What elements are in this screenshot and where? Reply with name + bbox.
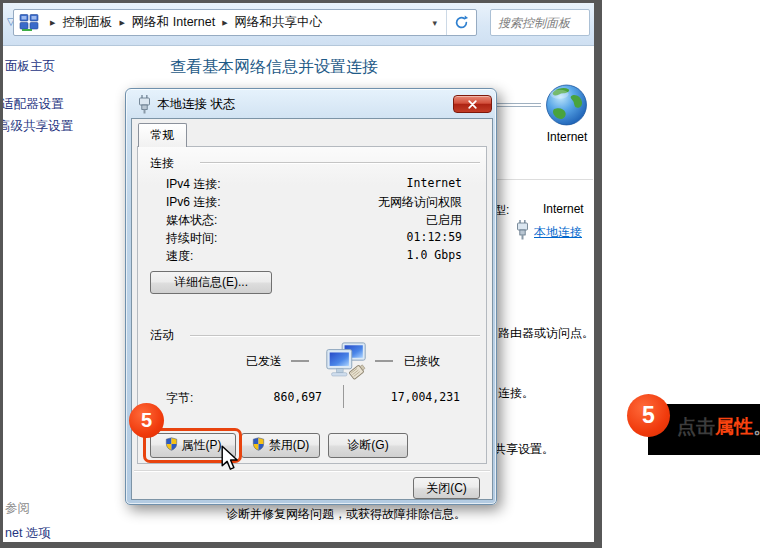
text-fragment-connect: 连接。 — [498, 385, 534, 402]
annotation-text: 点击属性。 — [677, 414, 760, 440]
network-map-line — [492, 103, 541, 104]
received-label: 已接收 — [404, 353, 440, 370]
section-separator — [489, 179, 593, 180]
dialog-title: 本地连接 状态 — [157, 96, 235, 113]
uac-shield-icon — [165, 437, 178, 454]
duration-label: 持续时间: — [166, 230, 217, 247]
sidebar-item-change-adapter-settings[interactable]: 适配器设置 — [3, 96, 64, 113]
ipv6-value: 无网络访问权限 — [378, 194, 462, 211]
search-input[interactable] — [491, 10, 589, 35]
annotation-suffix: 。 — [753, 416, 760, 437]
connection-group-label: 连接 — [150, 155, 174, 172]
sidebar: 面板主页 适配器设置 高级共享设置 参阅 net 选项 — [3, 46, 121, 542]
mouse-cursor — [220, 445, 240, 471]
sidebar-item-internet-options[interactable]: net 选项 — [5, 525, 51, 542]
close-icon[interactable] — [453, 95, 492, 113]
internet-map-label: Internet — [536, 130, 598, 144]
sidebar-see-also-label: 参阅 — [5, 500, 30, 517]
activity-line — [291, 360, 309, 362]
text-fragment-sharing: 共享设置。 — [494, 441, 554, 458]
sidebar-item-advanced-sharing-settings[interactable]: 高级共享设置 — [3, 118, 73, 135]
diagnose-button[interactable]: 诊断(G) — [328, 433, 408, 458]
network-map-line — [492, 106, 541, 107]
close-button[interactable]: 关闭(C) — [413, 477, 480, 499]
bytes-divider — [343, 385, 344, 408]
annotation-prefix: 点击 — [677, 416, 715, 437]
bytes-label: 字节: — [166, 390, 193, 407]
properties-button-label: 属性(P) — [182, 437, 222, 454]
disable-button[interactable]: 禁用(D) — [241, 433, 320, 458]
breadcrumb-arrow-icon: ▶ — [50, 19, 55, 27]
address-dropdown-icon[interactable]: ▾ — [432, 18, 446, 28]
network-center-icon — [19, 14, 39, 31]
refresh-button[interactable] — [446, 10, 476, 35]
tab-general[interactable]: 常规 — [138, 123, 187, 147]
annotation-step-badge: 5 — [627, 394, 670, 437]
computers-activity-icon — [322, 341, 370, 387]
activity-group-label: 活动 — [150, 327, 174, 344]
search-box — [490, 9, 590, 36]
breadcrumb-network-sharing-center[interactable]: 网络和共享中心 — [235, 14, 323, 31]
activity-line — [375, 360, 393, 362]
speed-label: 速度: — [166, 248, 193, 265]
breadcrumb-arrow-icon: ▶ — [222, 19, 227, 27]
page-title: 查看基本网络信息并设置连接 — [170, 57, 378, 78]
disable-button-label: 禁用(D) — [269, 437, 310, 454]
media-state-label: 媒体状态: — [166, 212, 217, 229]
group-separator — [190, 335, 480, 337]
access-type-value: Internet — [543, 202, 584, 216]
speed-value: 1.0 Gbps — [407, 248, 462, 262]
ipv4-value: Internet — [407, 176, 462, 190]
breadcrumb-network-internet[interactable]: 网络和 Internet — [132, 14, 215, 31]
details-button[interactable]: 详细信息(E)... — [150, 271, 272, 294]
tab-page-general: 连接 IPv4 连接: Internet IPv6 连接: 无网络访问权限 媒体… — [137, 146, 487, 464]
local-connection-status-dialog: 本地连接 状态 常规 连接 IPv4 连接: Internet IPv6 连接:… — [125, 88, 497, 505]
screenshot-stage: ▽ ▶ 控制面板 ▶ 网络和 Internet ▶ 网络和共享中心 ▾ — [0, 0, 760, 550]
group-separator — [200, 162, 480, 164]
local-connection-link[interactable]: 本地连接 — [534, 224, 582, 241]
step-badge: 5 — [129, 403, 164, 438]
media-state-value: 已启用 — [426, 212, 462, 229]
dialog-footer-separator — [134, 470, 490, 472]
ipv4-label: IPv4 连接: — [166, 176, 221, 193]
breadcrumb-arrow-icon: ▶ — [119, 19, 124, 27]
uac-shield-icon — [252, 437, 265, 454]
connection-plug-icon — [516, 220, 529, 240]
address-bar[interactable]: ▶ 控制面板 ▶ 网络和 Internet ▶ 网络和共享中心 ▾ — [13, 9, 477, 36]
internet-globe-icon — [544, 83, 589, 128]
sent-bytes-value: 860,697 — [222, 390, 322, 404]
duration-value: 01:12:59 — [407, 230, 462, 244]
sidebar-item-control-panel-home[interactable]: 面板主页 — [5, 58, 55, 75]
sent-label: 已发送 — [246, 353, 282, 370]
breadcrumb-control-panel[interactable]: 控制面板 — [62, 14, 112, 31]
annotation-highlight: 属性 — [715, 416, 753, 437]
ipv6-label: IPv6 连接: — [166, 194, 221, 211]
text-fragment-router: 路由器或访问点。 — [498, 325, 594, 342]
dialog-body: 常规 连接 IPv4 连接: Internet IPv6 连接: 无网络访问权限… — [131, 118, 493, 500]
troubleshoot-text: 诊断并修复网络问题，或获得故障排除信息。 — [226, 506, 466, 523]
explorer-toolbar: ▽ ▶ 控制面板 ▶ 网络和 Internet ▶ 网络和共享中心 ▾ — [3, 3, 594, 46]
received-bytes-value: 17,004,231 — [360, 390, 460, 404]
dialog-plug-icon — [138, 94, 151, 114]
